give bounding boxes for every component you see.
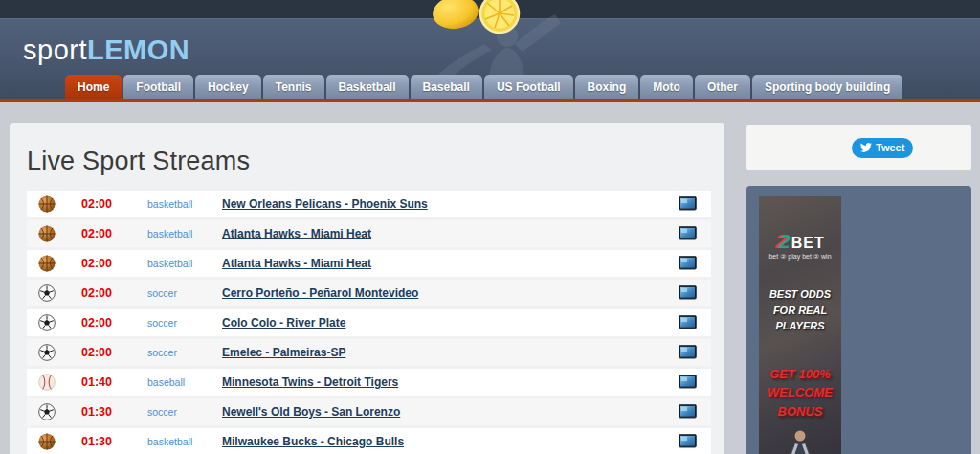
stream-row: 01:30 soccer Newell's Old Boys - San Lor… [27, 398, 711, 425]
site-logo[interactable]: sportLEMON [23, 34, 189, 66]
stream-time: 02:00 [67, 257, 126, 270]
ad-sidebar-panel: 22BET bet ② play bet ② win BEST ODDS FOR… [746, 186, 971, 454]
header: sportLEMON HomeFootballHockeyTennisBaske… [0, 0, 980, 99]
ad-player-image [783, 429, 817, 454]
stream-time: 02:00 [67, 346, 126, 359]
stream-match-link[interactable]: Atlanta Hawks - Miami Heat [222, 257, 371, 270]
soccer-ball-icon [38, 344, 56, 361]
site-logo-suffix: LEMON [87, 34, 189, 65]
main-content-panel: Live Sport Streams [10, 123, 724, 454]
stream-time: 01:30 [67, 435, 126, 448]
tab-sporting-body-building[interactable]: Sporting body building [752, 75, 902, 99]
sport-ball-cell [27, 225, 67, 242]
watch-stream-tv-icon[interactable] [679, 285, 697, 300]
tweet-button[interactable]: Tweet [852, 138, 913, 158]
tweet-widget-panel: Tweet [746, 125, 971, 170]
sport-ball-cell [27, 284, 67, 302]
stream-sport-label[interactable]: basketball [147, 258, 222, 269]
basketball-icon [38, 195, 56, 213]
stream-row: 02:00 soccer Cerro Porteño - Peñarol Mon… [27, 280, 711, 306]
stream-sport-label[interactable]: soccer [147, 317, 222, 329]
twitter-bird-icon [860, 142, 872, 153]
stream-match-link[interactable]: Atlanta Hawks - Miami Heat [222, 227, 371, 240]
stream-row: 02:00 basketball Atlanta Hawks - Miami H… [27, 250, 711, 277]
basketball-icon [38, 225, 56, 242]
basketball-icon [38, 255, 56, 272]
tweet-button-label: Tweet [876, 142, 904, 153]
baseball-icon [38, 374, 56, 391]
ad-bonus-text: GET 100% WELCOME BONUS [759, 365, 841, 421]
tab-us-football[interactable]: US Football [484, 75, 573, 99]
stream-match-link[interactable]: New Orleans Pelicans - Phoenix Suns [222, 197, 428, 211]
watch-stream-tv-icon[interactable] [679, 196, 697, 211]
ad-bonus-line: GET 100% [759, 365, 841, 384]
stream-time: 01:40 [67, 375, 126, 389]
stream-match-link[interactable]: Colo Colo - River Plate [222, 316, 345, 329]
watch-stream-tv-icon[interactable] [679, 226, 697, 240]
stream-row: 01:40 baseball Minnesota Twins - Detroit… [27, 369, 711, 396]
tab-other[interactable]: Other [695, 75, 750, 99]
watch-stream-tv-icon[interactable] [679, 375, 697, 389]
header-accent-line [0, 99, 980, 102]
ad-bonus-line: BONUS [759, 402, 841, 421]
stream-sport-label[interactable]: basketball [147, 198, 222, 210]
watch-stream-tv-icon[interactable] [679, 404, 697, 419]
stream-match-link[interactable]: Cerro Porteño - Peñarol Montevideo [222, 286, 418, 300]
stream-time: 02:00 [67, 316, 126, 329]
tab-tennis[interactable]: Tennis [263, 75, 324, 99]
sport-ball-cell [27, 344, 67, 361]
sport-ball-cell [27, 195, 67, 213]
ad-bonus-line: WELCOME [759, 383, 841, 402]
soccer-ball-icon [38, 284, 56, 302]
stream-row: 02:00 soccer Emelec - Palmeiras-SP [27, 339, 711, 366]
stream-match-link[interactable]: Newell's Old Boys - San Lorenzo [222, 405, 400, 419]
tab-basketball[interactable]: Basketball [326, 75, 409, 99]
22bet-logo: 22BET [759, 231, 841, 251]
tab-home[interactable]: Home [65, 75, 122, 99]
stream-sport-label[interactable]: soccer [147, 347, 222, 358]
ad-headline: BEST ODDS FOR REAL PLAYERS [759, 286, 841, 334]
stream-sport-label[interactable]: basketball [147, 228, 222, 239]
lemon-logo-image [431, 0, 530, 35]
watch-stream-tv-icon[interactable] [679, 434, 697, 448]
stream-time: 02:00 [67, 286, 126, 300]
stream-match-link[interactable]: Minnesota Twins - Detroit Tigers [222, 375, 398, 389]
soccer-ball-icon [38, 403, 56, 420]
page-title: Live Sport Streams [10, 123, 724, 191]
tab-boxing[interactable]: Boxing [575, 75, 639, 99]
ad-headline-line: PLAYERS [759, 318, 841, 334]
streams-list: 02:00 basketball New Orleans Pelicans - … [27, 191, 711, 454]
ad-headline-line: BEST ODDS [759, 286, 841, 303]
sport-ball-cell [27, 314, 67, 331]
tab-baseball[interactable]: Baseball [411, 75, 482, 99]
22bet-tagline: bet ② play bet ② win [759, 253, 841, 261]
stream-row: 01:30 basketball Milwaukee Bucks - Chica… [27, 428, 711, 454]
sport-ball-cell [27, 403, 67, 420]
tab-football[interactable]: Football [123, 75, 193, 99]
22bet-logo-digit: 2 [779, 230, 790, 252]
watch-stream-tv-icon[interactable] [679, 315, 697, 329]
stream-sport-label[interactable]: soccer [147, 287, 222, 299]
basketball-icon [38, 433, 56, 450]
stream-sport-label[interactable]: baseball [147, 376, 222, 388]
watch-stream-tv-icon[interactable] [679, 256, 697, 270]
stream-time: 02:00 [67, 197, 126, 211]
tab-hockey[interactable]: Hockey [195, 75, 261, 99]
stream-match-link[interactable]: Milwaukee Bucks - Chicago Bulls [222, 435, 404, 448]
stream-row: 02:00 soccer Colo Colo - River Plate [27, 309, 711, 336]
stream-sport-label[interactable]: soccer [147, 406, 222, 418]
stream-time: 02:00 [67, 227, 126, 240]
sport-ball-cell [27, 255, 67, 272]
sport-ball-cell [27, 433, 67, 450]
ad-headline-line: FOR REAL [759, 303, 841, 319]
stream-time: 01:30 [67, 405, 126, 419]
stream-row: 02:00 basketball New Orleans Pelicans - … [27, 191, 711, 217]
tab-moto[interactable]: Moto [640, 75, 693, 99]
stream-sport-label[interactable]: basketball [147, 436, 222, 447]
stream-match-link[interactable]: Emelec - Palmeiras-SP [222, 346, 345, 359]
watch-stream-tv-icon[interactable] [679, 345, 697, 359]
22bet-ad-banner[interactable]: 22BET bet ② play bet ② win BEST ODDS FOR… [759, 196, 841, 454]
main-nav: HomeFootballHockeyTennisBasketballBaseba… [65, 75, 902, 99]
sport-ball-cell [27, 374, 67, 391]
site-logo-prefix: sport [23, 34, 87, 65]
